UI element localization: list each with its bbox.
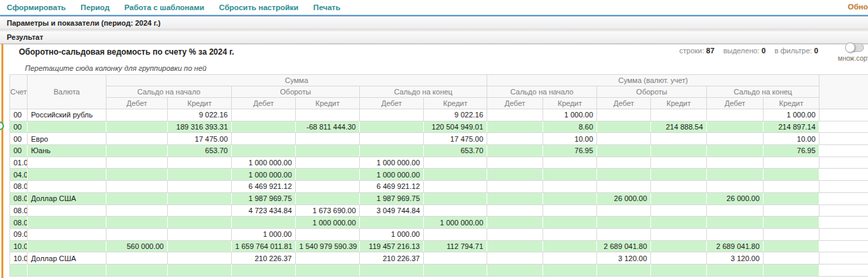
table-row[interactable]: 10.01560 000.001 659 764 011.811 540 979… (10, 240, 868, 252)
cell-value[interactable] (487, 192, 543, 204)
cell-value[interactable]: 1 000 000.00 (424, 217, 487, 229)
cell-value[interactable]: 560 000.00 (106, 240, 168, 252)
cell-value[interactable] (487, 264, 543, 276)
cell-value[interactable] (106, 181, 168, 193)
cell-value[interactable] (707, 264, 764, 276)
cell-value[interactable] (543, 169, 597, 181)
table-row[interactable]: 00189 316 393.31-68 811 444.30120 504 94… (10, 121, 868, 133)
col-header-credit[interactable]: Кредит (651, 98, 707, 109)
cell-value[interactable]: 76.95 (543, 145, 597, 157)
cell-value[interactable] (651, 192, 707, 204)
cell-value[interactable] (296, 157, 360, 169)
cell-value[interactable]: 119 457 216.13 (360, 240, 424, 252)
col-header-debit[interactable]: Дебет (360, 98, 424, 109)
cell-value[interactable] (543, 181, 597, 193)
cell-value[interactable]: 1 000 000.00 (232, 169, 296, 181)
cell-account[interactable]: 00 (10, 133, 28, 145)
cell-currency[interactable] (28, 157, 106, 169)
cell-value[interactable] (360, 264, 424, 276)
cell-value[interactable]: -68 811 444.30 (296, 121, 360, 133)
cell-account[interactable]: 10.01 (10, 252, 28, 265)
cell-value[interactable]: 214 897.14 (764, 121, 819, 133)
cell-value[interactable] (597, 157, 651, 169)
cell-value[interactable]: 214 888.54 (651, 121, 707, 133)
cell-value[interactable] (651, 109, 707, 121)
cell-value[interactable] (106, 109, 168, 121)
cell-value[interactable] (707, 133, 764, 145)
cell-value[interactable] (296, 252, 360, 265)
cell-currency[interactable] (28, 264, 106, 276)
cell-account[interactable]: 00 (10, 109, 28, 121)
cell-account[interactable]: 08.04 (10, 192, 28, 204)
cell-value[interactable] (296, 264, 360, 276)
table-row[interactable]: 08.04Доллар США1 987 969.751 987 969.752… (10, 192, 868, 204)
cell-value[interactable] (487, 169, 543, 181)
cell-value[interactable] (424, 192, 487, 204)
cell-value[interactable] (764, 181, 819, 193)
cell-value[interactable] (764, 204, 819, 217)
cell-account[interactable]: 08.04 (10, 204, 28, 217)
cell-value[interactable] (651, 252, 707, 265)
cell-value[interactable] (487, 228, 543, 240)
col-header-currency[interactable]: Валюта (28, 75, 106, 109)
cell-value[interactable] (424, 169, 487, 181)
cell-currency[interactable]: Доллар США (28, 252, 106, 265)
table-row[interactable]: 01.031 000 000.001 000 000.00 (10, 157, 868, 169)
cell-value[interactable] (360, 109, 424, 121)
cell-value[interactable]: 9 022.16 (424, 109, 487, 121)
col-header-credit[interactable]: Кредит (543, 98, 597, 109)
cell-value[interactable] (106, 252, 168, 265)
menu-item-refresh[interactable]: Обновить (848, 3, 868, 11)
table-row[interactable] (10, 264, 868, 276)
table-row[interactable]: 04.011 000 000.001 000 000.00 (10, 169, 868, 181)
cell-value[interactable] (543, 264, 597, 276)
cell-value[interactable] (707, 121, 764, 133)
cell-value[interactable]: 3 120.00 (707, 252, 764, 265)
cell-value[interactable] (487, 121, 543, 133)
col-header-account[interactable]: Счет (10, 75, 28, 109)
cell-value[interactable] (597, 169, 651, 181)
cell-value[interactable] (707, 157, 764, 169)
cell-value[interactable] (597, 204, 651, 217)
table-row[interactable]: 00Юань653.70653.7076.9576.95 (10, 145, 868, 157)
col-header-credit[interactable]: Кредит (168, 98, 232, 109)
cell-value[interactable]: 9 022.16 (168, 109, 232, 121)
table-row[interactable]: 08.036 469 921.126 469 921.12 (10, 181, 868, 193)
cell-currency[interactable]: Евро (28, 133, 106, 145)
cell-value[interactable]: 1 673 690.00 (296, 204, 360, 217)
cell-currency[interactable] (28, 204, 106, 217)
cell-value[interactable] (651, 181, 707, 193)
cell-value[interactable] (597, 121, 651, 133)
cell-account[interactable]: 09.01 (10, 228, 28, 240)
cell-value[interactable] (106, 204, 168, 217)
table-row[interactable]: 10.01Доллар США210 226.37210 226.373 120… (10, 252, 868, 265)
parameters-section-header[interactable]: Параметры и показатели (период: 2024 г.) (0, 16, 868, 30)
cell-value[interactable] (296, 192, 360, 204)
cell-value[interactable] (168, 169, 232, 181)
cell-value[interactable] (764, 217, 819, 229)
cell-value[interactable] (106, 133, 168, 145)
cell-value[interactable] (597, 145, 651, 157)
cell-value[interactable] (168, 204, 232, 217)
cell-value[interactable] (597, 181, 651, 193)
cell-value[interactable]: 26 000.00 (707, 192, 764, 204)
cell-value[interactable] (651, 240, 707, 252)
cell-value[interactable] (707, 217, 764, 229)
cell-value[interactable] (597, 109, 651, 121)
cell-value[interactable] (764, 264, 819, 276)
cell-currency[interactable]: Доллар США (28, 192, 106, 204)
cell-value[interactable] (597, 264, 651, 276)
cell-value[interactable]: 17 475.00 (424, 133, 487, 145)
cell-currency[interactable]: Российский рубль (28, 109, 106, 121)
col-header-credit[interactable]: Кредит (764, 98, 819, 109)
col-header-credit[interactable]: Кредит (424, 98, 487, 109)
cell-value[interactable] (360, 145, 424, 157)
cell-value[interactable] (651, 169, 707, 181)
cell-value[interactable] (487, 109, 543, 121)
cell-account[interactable]: 10.01 (10, 240, 28, 252)
cell-value[interactable] (651, 157, 707, 169)
cell-value[interactable] (106, 192, 168, 204)
cell-value[interactable] (543, 157, 597, 169)
cell-value[interactable] (360, 133, 424, 145)
table-row[interactable]: 00Евро17 475.0017 475.0010.0010.00 (10, 133, 868, 145)
